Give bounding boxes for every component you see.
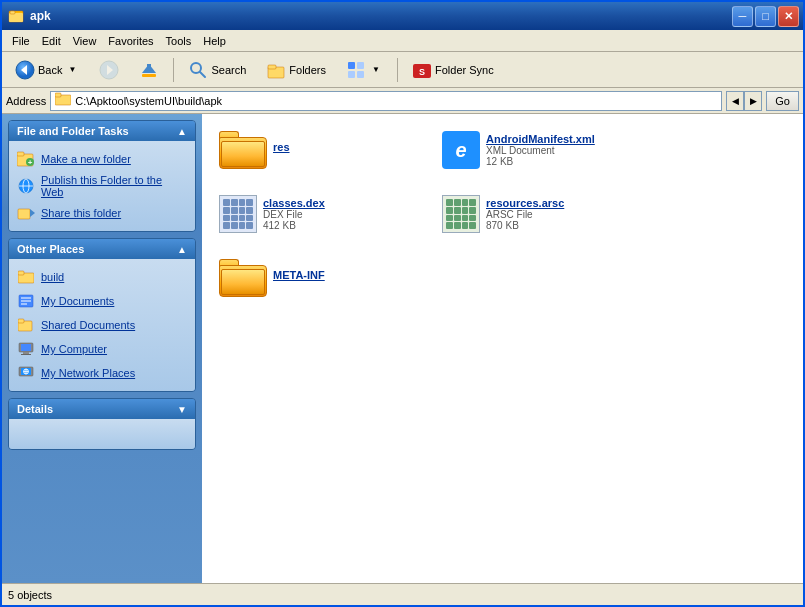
menu-view[interactable]: View	[67, 33, 103, 49]
details-title: Details	[17, 403, 53, 415]
svg-rect-29	[18, 209, 30, 219]
svg-rect-1	[9, 13, 23, 22]
menu-help[interactable]: Help	[197, 33, 232, 49]
up-button[interactable]	[130, 56, 168, 84]
address-prev-button[interactable]: ◀	[726, 91, 744, 111]
go-button[interactable]: Go	[766, 91, 799, 111]
window-icon	[8, 8, 24, 24]
file-size: 12 KB	[486, 156, 595, 167]
toolbar-separator-2	[397, 58, 398, 82]
folder-sync-label: Folder Sync	[435, 64, 494, 76]
publish-folder-label: Publish this Folder to the Web	[41, 174, 187, 198]
file-name: AndroidManifest.xml	[486, 133, 595, 145]
views-icon	[346, 60, 366, 80]
mydocs-icon	[17, 292, 35, 310]
folders-button[interactable]: Folders	[257, 56, 335, 84]
file-folder-tasks-header[interactable]: File and Folder Tasks ▲	[9, 121, 195, 141]
share-icon	[17, 204, 35, 222]
file-name: resources.arsc	[486, 197, 564, 209]
file-folder-tasks-title: File and Folder Tasks	[17, 125, 129, 137]
other-places-shareddocs-link[interactable]: Shared Documents	[13, 313, 191, 337]
window-title: apk	[30, 9, 51, 23]
svg-rect-40	[21, 344, 31, 351]
menu-edit[interactable]: Edit	[36, 33, 67, 49]
main-area: File and Folder Tasks ▲ +	[2, 114, 803, 583]
up-icon	[139, 60, 159, 80]
details-header[interactable]: Details ▼	[9, 399, 195, 419]
svg-rect-17	[357, 71, 364, 78]
forward-icon	[99, 60, 119, 80]
address-arrows: ◀ ▶	[726, 91, 762, 111]
make-new-folder-label: Make a new folder	[41, 153, 131, 165]
search-label: Search	[211, 64, 246, 76]
file-folder-tasks-chevron: ▲	[177, 126, 187, 137]
publish-folder-action[interactable]: Publish this Folder to the Web	[13, 171, 191, 201]
forward-button[interactable]	[90, 56, 128, 84]
details-body	[9, 419, 195, 449]
file-type: DEX File	[263, 209, 325, 220]
maximize-button[interactable]: □	[755, 6, 776, 27]
other-places-header[interactable]: Other Places ▲	[9, 239, 195, 259]
other-places-build-link[interactable]: build	[13, 265, 191, 289]
file-folder-tasks-body: + Make a new folder	[9, 141, 195, 231]
views-button[interactable]: ▼	[337, 56, 392, 84]
folder-sync-icon: S	[412, 60, 432, 80]
other-places-mydocs-link[interactable]: My Documents	[13, 289, 191, 313]
details-chevron: ▼	[177, 404, 187, 415]
folder-sync-button[interactable]: S Folder Sync	[403, 56, 503, 84]
file-type: XML Document	[486, 145, 595, 156]
new-folder-icon: +	[17, 150, 35, 168]
minimize-button[interactable]: ─	[732, 6, 753, 27]
menu-file[interactable]: File	[6, 33, 36, 49]
svg-rect-16	[348, 71, 355, 78]
file-details: resources.arsc ARSC File 870 KB	[486, 197, 564, 231]
address-folder-icon	[55, 92, 71, 109]
file-type: ARSC File	[486, 209, 564, 220]
main-window: apk ─ □ ✕ File Edit View Favorites Tools…	[0, 0, 805, 607]
file-size: 412 KB	[263, 220, 325, 231]
address-input[interactable]	[75, 95, 717, 107]
list-item[interactable]: e AndroidManifest.xml XML Document 12 KB	[435, 124, 650, 176]
dex-icon	[219, 195, 257, 233]
back-dropdown[interactable]: ▼	[65, 63, 79, 77]
other-places-title: Other Places	[17, 243, 84, 255]
other-places-mynetwork-link[interactable]: My Network Places	[13, 361, 191, 385]
list-item[interactable]: classes.dex DEX File 412 KB	[212, 188, 407, 240]
search-button[interactable]: Search	[179, 56, 255, 84]
menu-favorites[interactable]: Favorites	[102, 33, 159, 49]
svg-rect-41	[23, 352, 29, 354]
svg-marker-8	[142, 64, 156, 73]
toolbar-separator-1	[173, 58, 174, 82]
status-bar: 5 objects	[2, 583, 803, 605]
address-next-button[interactable]: ▶	[744, 91, 762, 111]
list-item[interactable]: res	[212, 124, 407, 176]
back-icon	[15, 60, 35, 80]
svg-rect-42	[21, 354, 31, 355]
file-details: res	[273, 131, 290, 153]
arsc-grid	[442, 195, 480, 233]
make-new-folder-action[interactable]: + Make a new folder	[13, 147, 191, 171]
address-bar: Address ◀ ▶ Go	[2, 88, 803, 114]
file-size: 870 KB	[486, 220, 564, 231]
status-text: 5 objects	[8, 589, 52, 601]
list-item[interactable]: META-INF	[212, 252, 407, 304]
xml-icon: e	[442, 131, 480, 169]
folders-label: Folders	[289, 64, 326, 76]
svg-marker-30	[30, 209, 35, 217]
other-places-mycomputer-link[interactable]: My Computer	[13, 337, 191, 361]
shareddocs-link-label: Shared Documents	[41, 319, 135, 331]
close-button[interactable]: ✕	[778, 6, 799, 27]
sidebar: File and Folder Tasks ▲ +	[2, 114, 202, 583]
menu-tools[interactable]: Tools	[160, 33, 198, 49]
views-dropdown[interactable]: ▼	[369, 63, 383, 77]
back-button[interactable]: Back ▼	[6, 56, 88, 84]
share-folder-label: Share this folder	[41, 207, 121, 219]
other-places-panel: Other Places ▲ build	[8, 238, 196, 392]
file-details: classes.dex DEX File 412 KB	[263, 197, 325, 231]
publish-icon	[17, 177, 35, 195]
list-item[interactable]: resources.arsc ARSC File 870 KB	[435, 188, 650, 240]
dex-grid	[219, 195, 257, 233]
file-area: res e AndroidManifest.xml XML Document 1…	[202, 114, 803, 583]
share-folder-action[interactable]: Share this folder	[13, 201, 191, 225]
svg-rect-9	[142, 74, 156, 77]
